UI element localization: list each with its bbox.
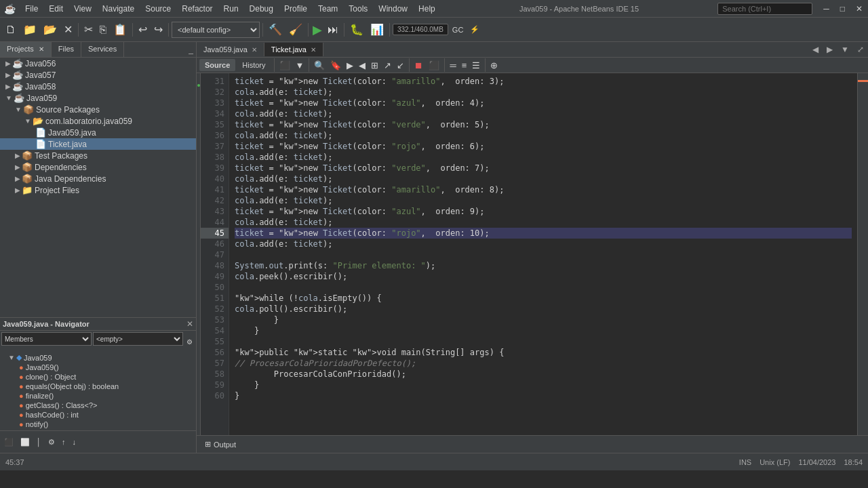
- undo-button[interactable]: ↩: [136, 20, 150, 39]
- nav-btn-4[interactable]: ⚙: [45, 432, 58, 451]
- open-project-button[interactable]: 📁: [20, 20, 39, 39]
- src-dbg3-btn[interactable]: ☰: [470, 60, 482, 71]
- nav-item-equals[interactable]: ● equals(Object obj) : boolean: [0, 382, 196, 391]
- tab-files[interactable]: Files: [52, 42, 81, 57]
- nav-item-constructor[interactable]: ● Java059(): [0, 363, 196, 372]
- src-next-btn[interactable]: ▶: [344, 60, 355, 71]
- src-jump2-btn[interactable]: ↙: [395, 60, 406, 71]
- new-project-button[interactable]: 🗋: [3, 20, 19, 39]
- tab-expand[interactable]: ⤢: [853, 42, 868, 57]
- nav-item-notify[interactable]: ● notify(): [0, 420, 196, 429]
- maximize-button[interactable]: □: [835, 0, 850, 17]
- tab-arrow-left[interactable]: ◀: [808, 42, 823, 57]
- menu-profile[interactable]: Profile: [279, 0, 313, 17]
- nav-item-java059[interactable]: ▼ ◆ Java059: [0, 352, 196, 363]
- src-toggle-btn[interactable]: 🔍: [312, 60, 327, 71]
- tree-java057[interactable]: ▶ ☕ Java057: [0, 69, 196, 81]
- close-button[interactable]: ✕: [61, 20, 75, 39]
- source-tab[interactable]: Source: [199, 59, 235, 71]
- profile-button[interactable]: 📊: [368, 20, 387, 39]
- gc-button[interactable]: GC: [450, 20, 467, 39]
- tab-projects-close[interactable]: ✕: [39, 45, 44, 53]
- src-toggle2-btn[interactable]: ⊞: [369, 60, 380, 71]
- nav-item-hashcode[interactable]: ● hashCode() : int: [0, 410, 196, 420]
- nav-btn-6[interactable]: ↓: [69, 432, 79, 451]
- src-stop2-btn[interactable]: ⬛: [427, 60, 441, 71]
- tree-com-laboratorio[interactable]: ▼ 📂 com.laboratorio.java059: [0, 115, 196, 127]
- output-tab[interactable]: ⊞ Output: [199, 439, 241, 450]
- tree-java056[interactable]: ▶ ☕ Java056: [0, 58, 196, 69]
- src-stop-btn[interactable]: ⏹: [412, 60, 425, 71]
- menu-view[interactable]: View: [68, 0, 97, 17]
- tree-dependencies[interactable]: ▶ 📦 Dependencies: [0, 161, 196, 173]
- menu-team[interactable]: Team: [313, 0, 343, 17]
- src-dbg4-btn[interactable]: ⊕: [488, 60, 500, 71]
- open-file-button[interactable]: 📂: [41, 20, 60, 39]
- panel-minimize[interactable]: _: [186, 42, 196, 57]
- scope-select[interactable]: <empty>: [93, 332, 183, 346]
- nav-btn-2[interactable]: ⬜: [18, 432, 33, 451]
- paste-button[interactable]: 📋: [111, 20, 130, 39]
- src-fwd-button[interactable]: ▼: [294, 60, 307, 71]
- tree-java059[interactable]: ▼ ☕ Java059: [0, 92, 196, 104]
- navigator-settings-button[interactable]: ⚙: [184, 332, 195, 351]
- project-icon3: ☕: [12, 81, 23, 92]
- nav-item-getclass[interactable]: ● getClass() : Class<?>: [0, 401, 196, 410]
- tab-ticket-java-close[interactable]: ✕: [311, 46, 316, 54]
- tree-ticket-java[interactable]: 📄 Ticket.java: [0, 138, 196, 150]
- line-number-36: 36: [201, 130, 229, 141]
- config-select[interactable]: <default config>: [172, 22, 260, 38]
- profile2-button[interactable]: ⚡: [467, 20, 482, 39]
- run-button[interactable]: ▶: [311, 22, 323, 37]
- navigator-close[interactable]: ✕: [186, 319, 193, 329]
- code-content[interactable]: ticket = "kw">new Ticket(color: "amarill…: [229, 73, 857, 435]
- cut-button[interactable]: ✂: [81, 20, 96, 39]
- history-tab[interactable]: History: [237, 59, 271, 71]
- tab-projects[interactable]: Projects ✕: [0, 42, 52, 57]
- date-label: 11/04/2023: [798, 458, 835, 466]
- step-button[interactable]: ⏭: [325, 20, 341, 39]
- menu-window[interactable]: Window: [373, 0, 413, 17]
- menu-file[interactable]: File: [20, 0, 43, 17]
- tab-ticket-java[interactable]: Ticket.java ✕: [264, 43, 323, 56]
- src-back-button[interactable]: ⬛: [277, 60, 292, 71]
- tree-project-files[interactable]: ▶ 📁 Project Files: [0, 184, 196, 196]
- minimize-button[interactable]: ─: [818, 0, 835, 17]
- menu-edit[interactable]: Edit: [43, 0, 68, 17]
- search-input[interactable]: [717, 3, 812, 15]
- tree-java-dependencies[interactable]: ▶ 📦 Java Dependencies: [0, 173, 196, 184]
- nav-item-finalize[interactable]: ● finalize(): [0, 391, 196, 401]
- tab-services[interactable]: Services: [81, 42, 124, 57]
- tree-test-packages[interactable]: ▶ 📦 Test Packages: [0, 150, 196, 161]
- src-dbg2-btn[interactable]: ≡: [460, 60, 469, 71]
- tree-source-packages[interactable]: ▼ 📦 Source Packages: [0, 104, 196, 115]
- tab-arrow-right[interactable]: ▶: [823, 42, 837, 57]
- nav-btn-1[interactable]: ⬛: [1, 432, 16, 451]
- menu-debug[interactable]: Debug: [244, 0, 279, 17]
- menu-source[interactable]: Source: [140, 0, 176, 17]
- src-jump-btn[interactable]: ↗: [382, 60, 393, 71]
- menu-navigate[interactable]: Navigate: [97, 0, 140, 17]
- redo-button[interactable]: ↪: [151, 20, 165, 39]
- menu-run[interactable]: Run: [218, 0, 244, 17]
- src-prev-btn[interactable]: ◀: [357, 60, 368, 71]
- tab-dropdown[interactable]: ▼: [837, 42, 853, 57]
- build-button[interactable]: 🔨: [266, 20, 285, 39]
- tree-java059-java[interactable]: 📄 Java059.java: [0, 127, 196, 138]
- tab-java059-java-close[interactable]: ✕: [252, 46, 257, 54]
- tab-java059-java[interactable]: Java059.java ✕: [197, 43, 264, 56]
- menu-refactor[interactable]: Refactor: [176, 0, 218, 17]
- copy-button[interactable]: ⎘: [97, 20, 109, 39]
- clean-button[interactable]: 🧹: [286, 20, 305, 39]
- tree-java058[interactable]: ▶ ☕ Java058: [0, 81, 196, 92]
- members-filter[interactable]: Members: [1, 332, 92, 346]
- menu-help[interactable]: Help: [413, 0, 441, 17]
- close-button[interactable]: ✕: [850, 0, 868, 17]
- nav-btn-3[interactable]: │: [34, 432, 44, 451]
- src-bookmark-btn[interactable]: 🔖: [328, 60, 343, 71]
- nav-btn-5[interactable]: ↑: [59, 432, 68, 451]
- menu-tools[interactable]: Tools: [343, 0, 373, 17]
- debug-button[interactable]: 🐛: [347, 20, 366, 39]
- src-dbg1-btn[interactable]: ═: [448, 60, 458, 71]
- nav-item-clone[interactable]: ● clone() : Object: [0, 372, 196, 382]
